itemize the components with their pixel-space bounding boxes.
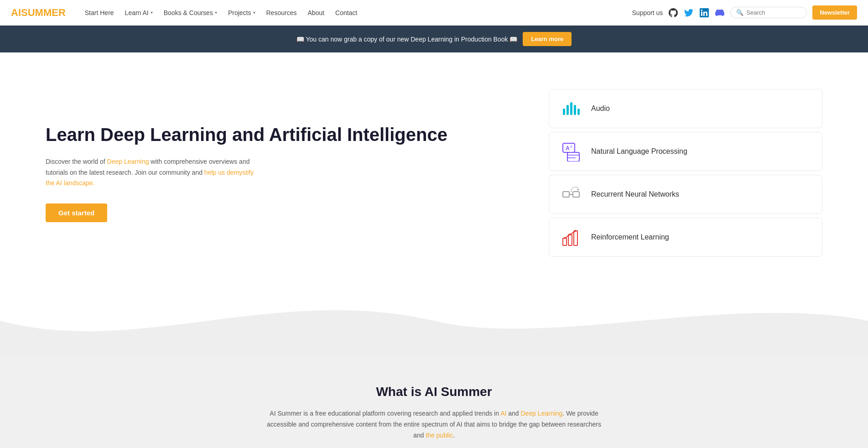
get-started-button[interactable]: Get started xyxy=(46,203,107,222)
logo-ai: AI xyxy=(11,7,21,19)
chevron-down-icon: ▾ xyxy=(151,10,153,15)
discord-icon[interactable] xyxy=(715,8,725,18)
what-is-section: What is AI Summer AI Summer is a free ed… xyxy=(0,357,868,448)
nav-right: Support us 🔍 Newsletter xyxy=(632,5,857,20)
help-us-link[interactable]: help us demystify the AI landscape. xyxy=(46,169,254,187)
banner-text: 📖 You can now grab a copy of our new Dee… xyxy=(296,36,518,43)
nav-support-link[interactable]: Support us xyxy=(632,9,663,16)
rnn-label: Recurrent Neural Networks xyxy=(591,190,679,198)
svg-rect-0 xyxy=(563,109,565,115)
svg-rect-2 xyxy=(570,102,572,115)
svg-rect-15 xyxy=(563,238,567,245)
topics-list: Audio A Z Natural Language Processing xyxy=(549,89,822,257)
svg-rect-8 xyxy=(567,152,579,161)
twitter-icon[interactable] xyxy=(684,8,694,18)
what-is-title: What is AI Summer xyxy=(9,385,859,399)
deep-learning-link2[interactable]: Deep Learning xyxy=(521,410,563,417)
svg-rect-16 xyxy=(568,234,572,245)
svg-rect-1 xyxy=(567,105,569,115)
hero-title: Learn Deep Learning and Artificial Intel… xyxy=(46,124,521,146)
nav-start-here[interactable]: Start Here xyxy=(80,6,119,19)
nav-links: Start Here Learn AI ▾ Books & Courses ▾ … xyxy=(80,6,632,19)
newsletter-button[interactable]: Newsletter xyxy=(812,5,857,20)
what-is-description: AI Summer is a free educational platform… xyxy=(265,408,603,441)
rl-label: Reinforcement Learning xyxy=(591,233,669,241)
hero-description: Discover the world of Deep Learning with… xyxy=(46,156,255,189)
topic-nlp[interactable]: A Z Natural Language Processing xyxy=(549,132,822,171)
hero-section: Learn Deep Learning and Artificial Intel… xyxy=(0,52,868,284)
topic-rnn[interactable]: Recurrent Neural Networks xyxy=(549,175,822,214)
svg-rect-17 xyxy=(574,231,577,245)
topic-rl[interactable]: Reinforcement Learning xyxy=(549,218,822,257)
nav-about[interactable]: About xyxy=(303,6,329,19)
svg-rect-11 xyxy=(563,192,569,197)
chevron-down-icon: ▾ xyxy=(215,10,217,15)
rl-icon xyxy=(560,226,582,248)
public-link[interactable]: the public xyxy=(426,432,453,439)
nav-projects[interactable]: Projects ▾ xyxy=(223,6,260,19)
search-input[interactable] xyxy=(746,9,801,16)
nav-contact[interactable]: Contact xyxy=(331,6,362,19)
nav-books-courses[interactable]: Books & Courses ▾ xyxy=(159,6,222,19)
nav-resources[interactable]: Resources xyxy=(262,6,301,19)
nlp-icon: A Z xyxy=(560,141,582,162)
logo[interactable]: AI SUMMER xyxy=(11,7,66,19)
svg-rect-12 xyxy=(573,192,579,197)
nlp-label: Natural Language Processing xyxy=(591,147,687,156)
announcement-banner: 📖 You can now grab a copy of our new Dee… xyxy=(0,26,868,52)
navbar: AI SUMMER Start Here Learn AI ▾ Books & … xyxy=(0,0,868,26)
wave-divider xyxy=(0,284,868,357)
github-icon[interactable] xyxy=(668,8,678,18)
rnn-icon xyxy=(560,183,582,205)
nav-learn-ai[interactable]: Learn AI ▾ xyxy=(120,6,157,19)
svg-text:Z: Z xyxy=(570,145,572,149)
logo-summer: SUMMER xyxy=(21,7,66,19)
deep-learning-link[interactable]: Deep Learning xyxy=(107,158,149,165)
svg-point-19 xyxy=(569,234,571,235)
hero-left: Learn Deep Learning and Artificial Intel… xyxy=(46,124,549,222)
ai-link[interactable]: AI xyxy=(500,410,506,417)
learn-more-button[interactable]: Learn more xyxy=(523,32,572,46)
audio-label: Audio xyxy=(591,104,610,113)
svg-rect-4 xyxy=(577,109,580,115)
search-box: 🔍 xyxy=(730,7,807,18)
topic-audio[interactable]: Audio xyxy=(549,89,822,128)
audio-icon xyxy=(560,98,582,120)
svg-point-20 xyxy=(575,230,577,232)
svg-rect-3 xyxy=(574,105,576,115)
linkedin-icon[interactable] xyxy=(699,8,709,18)
svg-text:A: A xyxy=(566,145,570,151)
search-icon: 🔍 xyxy=(736,9,743,16)
svg-point-18 xyxy=(564,237,566,239)
chevron-down-icon: ▾ xyxy=(253,10,255,15)
